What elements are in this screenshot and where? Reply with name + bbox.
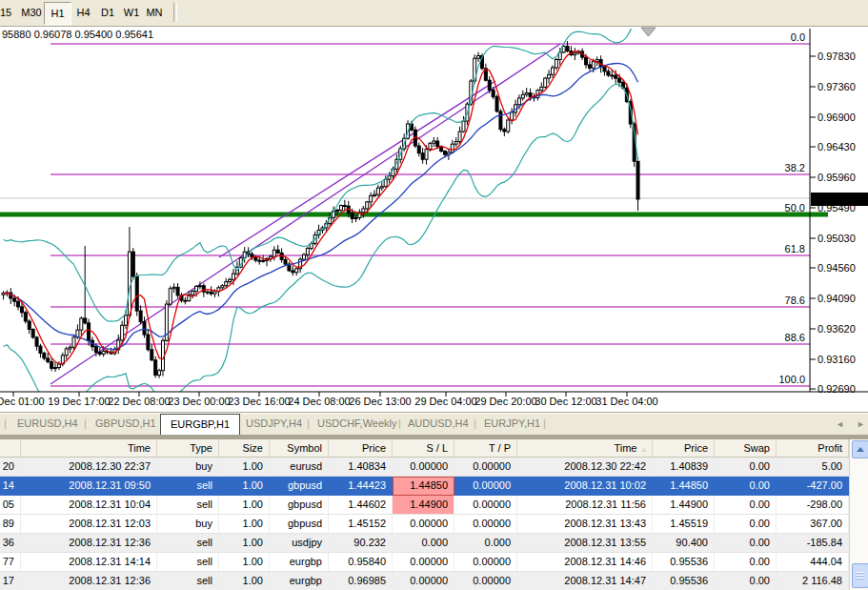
cell-symbol: usdjpy <box>270 534 329 553</box>
timeframe-mn[interactable]: MN <box>142 2 167 23</box>
cell-price2: 0.95536 <box>653 553 715 572</box>
svg-text:0.97830: 0.97830 <box>818 51 856 62</box>
col-header-order[interactable] <box>0 439 21 458</box>
cell-sl: 0.00000 <box>393 458 454 477</box>
cell-profit: 367.00 <box>777 515 849 534</box>
toolbar-separator <box>173 3 177 22</box>
cell-order: 14 <box>0 477 21 496</box>
cell-symbol: eurgbp <box>270 553 329 572</box>
tab-usdjpy-h4[interactable]: USDJPY,H4 <box>246 417 302 429</box>
table-row[interactable]: 052008.12.31 10:04sell1.00gbpusd1.446021… <box>0 496 849 515</box>
svg-text:22 Dec 08:00: 22 Dec 08:00 <box>108 396 170 407</box>
tab-separator: | <box>84 417 87 429</box>
table-row[interactable]: 142008.12.31 09:50sell1.00gbpusd1.444231… <box>0 477 849 496</box>
table-row[interactable]: 772008.12.31 14:14sell1.00eurgbp0.958400… <box>0 553 849 572</box>
cell-size: 1.00 <box>219 515 270 534</box>
col-header-size[interactable]: Size <box>219 439 270 458</box>
cell-size: 1.00 <box>219 534 270 553</box>
tab-usdchf-weekly[interactable]: USDCHF,Weekly <box>317 417 397 429</box>
timeframe-w1[interactable]: W1 <box>119 2 144 23</box>
cell-swap: 0.00 <box>715 572 777 590</box>
table-header-row: TimeTypeSizeSymbolPriceS / LT / PTime▵Pr… <box>0 439 849 458</box>
cell-time2: 2008.12.31 11:56 <box>517 496 653 515</box>
table-row[interactable]: 172008.12.31 12:36sell1.00eurgbp0.969850… <box>0 572 849 590</box>
cell-price2: 1.40839 <box>653 458 715 477</box>
scroll-up-button[interactable] <box>852 440 868 458</box>
cell-price: 1.40834 <box>329 458 393 477</box>
cell-profit: -185.84 <box>777 534 849 553</box>
table-row[interactable]: 362008.12.31 12:36sell1.00usdjpy90.2320.… <box>0 534 849 553</box>
tab-eurjpy-h1[interactable]: EURJPY,H1 <box>484 417 540 429</box>
col-header-swap[interactable]: Swap <box>715 439 777 458</box>
cell-time2: 2008.12.30 22:42 <box>517 458 653 477</box>
tabbar-scroll-left-icon[interactable]: ◄ <box>836 419 844 429</box>
chart-area[interactable]: 0.038.250.061.878.688.6100.00.978300.973… <box>0 27 868 412</box>
col-header-time2[interactable]: Time▵ <box>517 439 653 458</box>
tab-eurgbp-h1[interactable]: EURGBP,H1 <box>160 414 240 436</box>
cell-order: 36 <box>0 534 21 553</box>
slow-ma-line <box>4 64 638 350</box>
svg-text:24 Dec 08:00: 24 Dec 08:00 <box>288 396 350 407</box>
cell-price2: 1.45519 <box>653 515 715 534</box>
svg-text:61.8: 61.8 <box>785 243 805 254</box>
svg-text:0.93620: 0.93620 <box>818 323 856 335</box>
col-header-sl[interactable]: S / L <box>393 439 454 458</box>
timeframe-15[interactable]: 15 <box>0 2 15 23</box>
tab-gbpusd-h1[interactable]: GBPUSD,H1 <box>95 417 156 429</box>
col-header-tp[interactable]: T / P <box>454 439 517 458</box>
table-row[interactable]: 202008.12.30 22:37buy1.00eurusd1.408340.… <box>0 458 849 477</box>
terminal-scrollbar[interactable] <box>849 439 868 590</box>
timeframe-m30[interactable]: M30 <box>17 2 46 23</box>
cell-sl: 0.00000 <box>393 572 454 590</box>
cell-price: 1.44423 <box>329 477 393 496</box>
fast-ma-line <box>4 51 638 364</box>
tab-separator: | <box>307 417 310 429</box>
timeframe-d1[interactable]: D1 <box>95 2 120 23</box>
svg-text:23 Dec 16:00: 23 Dec 16:00 <box>228 396 290 407</box>
chart-tabbar: ◄ ► ||||||EURUSD,H4GBPUSD,H1EURGBP,H1USD… <box>0 412 868 436</box>
svg-text:30 Dec 12:00: 30 Dec 12:00 <box>535 396 596 407</box>
cell-profit: -427.00 <box>777 477 849 496</box>
cell-time: 2008.12.31 12:36 <box>21 534 157 553</box>
col-header-type[interactable]: Type <box>157 439 219 458</box>
cell-size: 1.00 <box>219 477 270 496</box>
cell-swap: 0.00 <box>715 534 777 553</box>
col-header-time[interactable]: Time <box>21 439 157 458</box>
cell-type: sell <box>157 553 219 572</box>
scrollbar-thumb[interactable] <box>852 563 868 588</box>
timeframe-h4[interactable]: H4 <box>71 2 96 23</box>
bollinger-lower-band <box>4 84 638 412</box>
cell-order: 17 <box>0 572 21 590</box>
svg-text:29 Dec 20:00: 29 Dec 20:00 <box>474 396 536 407</box>
svg-text:0.94090: 0.94090 <box>818 293 856 304</box>
table-row[interactable]: 892008.12.31 12:03buy1.00gbpusd1.451520.… <box>0 515 849 534</box>
mouse-cursor-marker <box>641 28 656 36</box>
cell-time2: 2008.12.31 14:47 <box>517 572 653 590</box>
cell-tp: 0.00000 <box>454 572 517 590</box>
cell-swap: 0.00 <box>715 553 777 572</box>
terminal-table: TimeTypeSizeSymbolPriceS / LT / PTime▵Pr… <box>0 439 849 590</box>
sort-ascending-icon: ▵ <box>641 444 646 454</box>
cell-price: 0.95840 <box>329 553 393 572</box>
cell-tp: 0.00000 <box>454 496 517 515</box>
cell-symbol: eurusd <box>270 458 329 477</box>
col-header-symbol[interactable]: Symbol <box>270 439 329 458</box>
cell-sl: 0.000 <box>393 534 454 553</box>
cell-time2: 2008.12.31 10:02 <box>517 477 653 496</box>
cell-sl: 0.00000 <box>393 515 454 534</box>
svg-text:31 Dec 04:00: 31 Dec 04:00 <box>595 396 657 407</box>
tab-eurusd-h4[interactable]: EURUSD,H4 <box>17 417 78 429</box>
fibonacci-levels: 0.038.250.061.878.688.6100.0 <box>0 31 828 386</box>
col-header-price2[interactable]: Price <box>653 439 715 458</box>
cell-price: 1.44602 <box>329 496 393 515</box>
col-header-price[interactable]: Price <box>329 439 393 458</box>
tabbar-scroll-right-icon[interactable]: ► <box>857 419 865 429</box>
svg-text:0.95030: 0.95030 <box>818 233 856 244</box>
svg-text:19 Dec 01:00: 19 Dec 01:00 <box>0 396 45 407</box>
timeframe-h1[interactable]: H1 <box>44 2 71 25</box>
col-header-profit[interactable]: Profit <box>777 439 849 458</box>
cell-size: 1.00 <box>219 458 270 477</box>
svg-text:88.6: 88.6 <box>785 332 805 343</box>
tab-audusd-h4[interactable]: AUDUSD,H4 <box>408 417 469 429</box>
price-chart[interactable]: 0.038.250.061.878.688.6100.00.978300.973… <box>0 27 868 412</box>
